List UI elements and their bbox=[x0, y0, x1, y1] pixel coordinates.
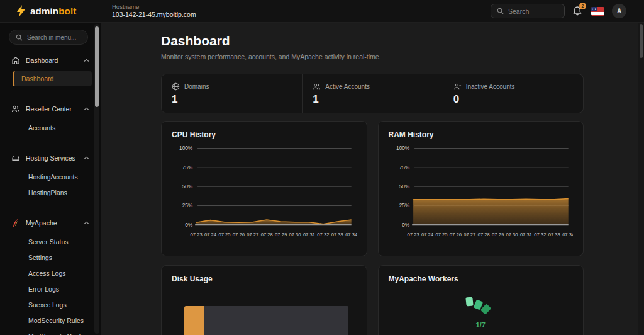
svg-text:100%: 100% bbox=[179, 145, 193, 151]
svg-text:07:23: 07:23 bbox=[191, 232, 203, 237]
avatar[interactable]: A bbox=[612, 4, 626, 18]
svg-text:07:33: 07:33 bbox=[331, 232, 343, 237]
page-subtitle: Monitor system performance, accounts, an… bbox=[161, 53, 584, 60]
svg-text:07:27: 07:27 bbox=[247, 232, 258, 237]
stat-inactive-accounts: Inactive Accounts 0 bbox=[443, 74, 583, 113]
page-title: Dashboard bbox=[161, 33, 584, 48]
sidebar-section-dashboard[interactable]: Dashboard bbox=[5, 51, 93, 70]
svg-text:07:26: 07:26 bbox=[233, 232, 245, 237]
ram-history-card: RAM History 0%25%50%75%100%07:2307:2407:… bbox=[378, 121, 584, 256]
svg-text:07:25: 07:25 bbox=[218, 232, 230, 237]
svg-text:100%: 100% bbox=[396, 145, 410, 151]
search-input[interactable] bbox=[508, 8, 558, 15]
app-logo[interactable]: adminbolt bbox=[0, 5, 101, 17]
hostname-label: Hostname bbox=[112, 3, 196, 11]
chevron-up-icon bbox=[84, 156, 89, 160]
logo-text: adminbolt bbox=[30, 6, 76, 16]
sidebar-scrollbar-thumb[interactable] bbox=[95, 26, 99, 107]
sidebar-section-hosting-services[interactable]: Hosting Services bbox=[5, 149, 93, 168]
sidebar-search[interactable] bbox=[9, 30, 88, 45]
divider bbox=[6, 142, 92, 142]
search-icon bbox=[16, 34, 23, 41]
workers-gauge: 1/7 14% bbox=[389, 297, 574, 335]
apache-feather-icon bbox=[11, 219, 20, 227]
svg-text:25%: 25% bbox=[399, 202, 409, 208]
disk-used-segment: 12% bbox=[184, 306, 204, 335]
chevron-up-icon bbox=[84, 107, 89, 111]
users-group-icon bbox=[313, 82, 321, 91]
svg-text:75%: 75% bbox=[182, 164, 193, 171]
notification-badge: 2 bbox=[579, 3, 586, 9]
svg-text:07:32: 07:32 bbox=[534, 232, 546, 237]
chevron-up-icon bbox=[84, 221, 89, 225]
gauge-segments bbox=[466, 297, 495, 316]
home-icon bbox=[11, 56, 20, 65]
stat-value: 1 bbox=[313, 93, 442, 106]
svg-text:0%: 0% bbox=[402, 222, 410, 228]
disk-usage-bar: 12% 88% bbox=[184, 306, 349, 335]
svg-text:07:33: 07:33 bbox=[548, 232, 560, 237]
svg-text:25%: 25% bbox=[182, 202, 193, 208]
svg-text:07:24: 07:24 bbox=[421, 232, 433, 237]
svg-text:07:28: 07:28 bbox=[477, 232, 489, 237]
top-bar: adminbolt Hostname 103-142-21-45.mybolti… bbox=[0, 0, 644, 23]
disk-usage-bar-row: / 12% 88% bbox=[172, 306, 357, 335]
chart-title: MyApache Workers bbox=[389, 275, 574, 283]
svg-text:07:31: 07:31 bbox=[303, 232, 315, 237]
sidebar-scrollbar[interactable] bbox=[94, 24, 99, 334]
svg-text:07:28: 07:28 bbox=[261, 232, 273, 237]
stat-value: 1 bbox=[172, 93, 302, 106]
svg-text:50%: 50% bbox=[182, 183, 193, 190]
hostname-value: 103-142-21-45.myboltip.com bbox=[112, 11, 196, 19]
notifications-button[interactable]: 2 bbox=[572, 6, 584, 17]
sidebar-section-reseller-center[interactable]: Reseller Center bbox=[5, 99, 93, 118]
sidebar-search-input[interactable] bbox=[27, 34, 81, 41]
stats-card: Domains 1 Active Accounts 1 bbox=[161, 74, 584, 113]
myapache-workers-card: MyApache Workers 1/7 14% bbox=[378, 265, 584, 335]
cpu-history-card: CPU History 0%25%50%75%100%07:2307:2407:… bbox=[161, 121, 367, 256]
divider bbox=[6, 93, 92, 93]
sidebar-item-accounts[interactable]: Accounts bbox=[19, 120, 93, 135]
stat-value: 0 bbox=[453, 93, 583, 106]
svg-text:50%: 50% bbox=[399, 183, 409, 190]
divider bbox=[6, 207, 92, 207]
svg-text:07:24: 07:24 bbox=[204, 232, 217, 237]
sidebar-item-server-status[interactable]: Server Status bbox=[19, 234, 93, 249]
svg-text:07:29: 07:29 bbox=[492, 232, 504, 237]
ram-history-chart: 0%25%50%75%100%07:2307:2407:2507:2607:27… bbox=[389, 142, 574, 244]
svg-text:07:29: 07:29 bbox=[275, 232, 287, 237]
svg-text:07:25: 07:25 bbox=[435, 232, 447, 237]
language-flag-us[interactable] bbox=[591, 7, 604, 16]
sidebar: Dashboard Dashboard Reseller Center Acco… bbox=[0, 23, 101, 335]
chart-title: CPU History bbox=[172, 130, 357, 139]
main-scrollbar-thumb[interactable] bbox=[640, 24, 643, 58]
svg-text:07:26: 07:26 bbox=[449, 232, 461, 237]
svg-text:07:34: 07:34 bbox=[345, 232, 356, 237]
chart-title: RAM History bbox=[389, 130, 574, 139]
sidebar-item-error-logs[interactable]: Error Logs bbox=[19, 281, 93, 297]
chart-title: Disk Usage bbox=[172, 275, 357, 283]
gauge-segment bbox=[466, 297, 474, 306]
sidebar-section-myapache[interactable]: MyApache bbox=[5, 213, 93, 232]
server-icon bbox=[11, 154, 20, 162]
disk-usage-card: Disk Usage / 12% 88% bbox=[161, 265, 367, 335]
svg-text:07:27: 07:27 bbox=[464, 232, 475, 237]
sidebar-item-suexec-logs[interactable]: Suexec Logs bbox=[19, 297, 93, 312]
sidebar-item-modsecurity-rules[interactable]: ModSecurity Rules bbox=[19, 312, 93, 328]
svg-text:07:30: 07:30 bbox=[289, 232, 301, 237]
stat-domains: Domains 1 bbox=[162, 74, 302, 113]
sidebar-item-access-logs[interactable]: Access Logs bbox=[19, 265, 93, 281]
sidebar-item-hostingplans[interactable]: HostingPlans bbox=[19, 185, 93, 200]
sidebar-item-hostingaccounts[interactable]: HostingAccounts bbox=[19, 169, 93, 185]
cpu-history-chart: 0%25%50%75%100%07:2307:2407:2507:2607:27… bbox=[172, 142, 357, 244]
workers-ratio: 1/7 bbox=[476, 321, 486, 329]
sidebar-item-modsecurity-config[interactable]: ModSecurity Config bbox=[19, 328, 93, 335]
main-scrollbar[interactable] bbox=[638, 23, 644, 335]
workers-percent: 14% bbox=[469, 332, 492, 335]
sidebar-item-dashboard[interactable]: Dashboard bbox=[13, 71, 92, 86]
global-search[interactable] bbox=[491, 4, 565, 18]
sidebar-item-settings[interactable]: Settings bbox=[19, 249, 93, 265]
user-minus-icon bbox=[453, 82, 462, 91]
svg-text:07:31: 07:31 bbox=[519, 232, 531, 237]
bolt-icon bbox=[16, 5, 26, 17]
